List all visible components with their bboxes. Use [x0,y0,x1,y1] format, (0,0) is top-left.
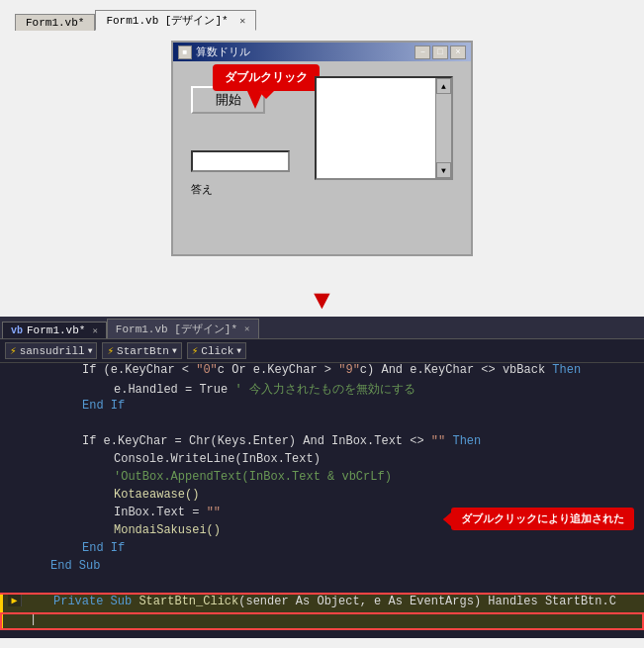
code-line-7: 'OutBox.AppendText(InBox.Text & vbCrLf) [0,470,644,488]
code-line-3: End If [0,399,644,417]
class-label: StartBtn [117,345,169,357]
minimize-button[interactable]: － [414,46,430,59]
top-section: Form1.vb* Form1.vb [デザイン]* ✕ ■ 算数ドリル － □… [0,0,644,287]
code-line-4 [0,417,644,434]
callout-added-text: ダブルクリックにより追加された [461,512,624,524]
code-line-5: If e.KeyChar = Chr(Keys.Enter) And InBox… [0,434,644,452]
method-icon: ⚡ [192,344,199,357]
method-label: Click [201,345,233,357]
code-line-11: End If [0,541,644,559]
code-tab-design-label: Form1.vb [デザイン]* [116,322,237,336]
code-tab-bar: vb Form1.vb* ✕ Form1.vb [デザイン]* ✕ [0,317,644,339]
top-tab-bar: Form1.vb* Form1.vb [デザイン]* ✕ [15,10,629,31]
code-dropdowns: ⚡ sansudrill ▼ ⚡ StartBtn ▼ ⚡ Click ▼ [0,339,644,363]
class-arrow: ▼ [172,346,177,355]
titlebar-buttons: － □ × [414,46,466,59]
scroll-down[interactable]: ▼ [436,162,451,178]
namespace-dropdown[interactable]: ⚡ sansudrill ▼ [5,342,97,359]
method-dropdown[interactable]: ⚡ Click ▼ [187,342,246,359]
tab-form1-design-label: Form1.vb [デザイン]* [106,15,228,27]
code-tab-design-close[interactable]: ✕ [244,324,249,334]
code-line-15: | [0,612,644,630]
class-icon: ⚡ [107,344,114,357]
answer-label: 答え [191,182,213,197]
code-line-2: e.Handled = True ' 今入力されたものを無効にする [0,381,644,399]
code-line-9: InBox.Text = "" ダブルクリックにより追加された [0,506,644,523]
down-arrow-icon: ▼ [314,288,330,316]
down-arrow-section: ▼ [0,287,644,317]
input-box[interactable] [191,150,290,172]
namespace-icon: ⚡ [10,344,17,357]
form-icon: ■ [178,46,192,59]
namespace-label: sansudrill [20,345,85,357]
vb-icon: vb [11,325,23,336]
form-window: ■ 算数ドリル － □ × 開始 ダブルクリック [171,41,473,256]
class-dropdown[interactable]: ⚡ StartBtn ▼ [102,342,181,359]
close-button[interactable]: × [450,46,466,59]
form-body: 開始 ダブルクリック ▲ ▼ 答え [173,61,471,254]
scroll-up[interactable]: ▲ [436,78,451,94]
code-content[interactable]: If (e.KeyChar < "0"c Or e.KeyChar > "9"c… [0,363,644,630]
method-arrow: ▼ [236,346,241,355]
code-tab-close[interactable]: ✕ [92,325,97,336]
callout-added: ダブルクリックにより追加された [451,508,634,530]
namespace-arrow: ▼ [88,346,93,355]
close-icon[interactable]: ✕ [239,16,245,27]
code-tab-design[interactable]: Form1.vb [デザイン]* ✕ [107,319,259,338]
maximize-button[interactable]: □ [432,46,448,59]
text-area[interactable]: ▲ ▼ [315,76,453,180]
code-line-6: Console.WriteLine(InBox.Text) [0,452,644,470]
code-tab-form1vb[interactable]: vb Form1.vb* ✕ [2,322,107,338]
callout-doubleclick: ダブルクリック [213,64,320,91]
code-line-12: End Sub [0,559,644,577]
callout-text: ダブルクリック [225,70,308,84]
tab-form1vb[interactable]: Form1.vb* [15,14,95,31]
code-line-13 [0,577,644,595]
code-line-8: Kotaeawase() [0,488,644,506]
start-button-label: 開始 [216,91,241,109]
tab-form1-design[interactable]: Form1.vb [デザイン]* ✕ [95,10,256,31]
code-line-1: If (e.KeyChar < "0"c Or e.KeyChar > "9"c… [0,363,644,381]
form-title: 算数ドリル [196,45,250,59]
code-line-14: ▶ Private Sub StartBtn_Click(sender As O… [0,595,644,612]
gutter-14: ▶ [8,595,22,606]
tab-form1vb-label: Form1.vb* [26,17,84,29]
code-editor: vb Form1.vb* ✕ Form1.vb [デザイン]* ✕ ⚡ sans… [0,317,644,638]
code-tab-form1vb-label: Form1.vb* [27,324,85,336]
form-titlebar: ■ 算数ドリル － □ × [173,43,471,61]
